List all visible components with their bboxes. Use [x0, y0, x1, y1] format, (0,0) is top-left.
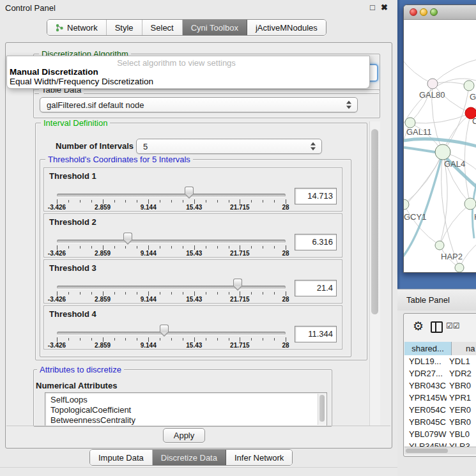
network-node-GAL4[interactable] [435, 144, 450, 160]
algorithm-option-manual[interactable]: Manual Discretization [10, 67, 98, 77]
tab-label: Network [67, 23, 98, 33]
tab-cyni-toolbox[interactable]: Cyni Toolbox [183, 20, 247, 35]
tab-style[interactable]: Style [107, 20, 142, 35]
numerical-attributes-list[interactable]: SelfLoopsTopologicalCoefficientBetweenne… [45, 392, 327, 426]
table-hscrollbar-thumb[interactable] [406, 449, 448, 453]
table-data-combobox[interactable]: galFiltered.sif default node [40, 97, 358, 112]
attribute-item[interactable]: TopologicalCoefficient [45, 405, 326, 415]
slider-minor-tick [160, 246, 160, 249]
slider-thumb[interactable] [123, 233, 132, 240]
table-hscrollbar-track[interactable] [404, 447, 476, 454]
network-node-GAL80[interactable] [427, 79, 438, 89]
node-table: ⚙ ☑☑ shared...na YDL19...YDL1YDR27...YDR… [403, 313, 476, 457]
slider-track[interactable] [57, 286, 286, 289]
close-traffic-light-icon[interactable] [410, 8, 417, 16]
slider-minor-tick [251, 200, 252, 203]
slider-minor-tick [274, 338, 275, 341]
network-node-GAL11[interactable] [405, 118, 415, 128]
slider-tick-label: 9.144 [141, 204, 157, 211]
attributes-group-title: Attributes to discretize [37, 365, 124, 374]
threshold-value-field[interactable]: 14.713 [295, 188, 337, 204]
table-row[interactable]: YPR145WYPR1 [404, 392, 476, 404]
tab-discretize-data[interactable]: Discretize Data [153, 450, 226, 465]
zoom-traffic-light-icon[interactable] [430, 8, 438, 16]
tab-select[interactable]: Select [142, 20, 183, 35]
tab-impute-data[interactable]: Impute Data [90, 450, 153, 465]
slider-thumb[interactable] [160, 325, 169, 332]
gear-icon[interactable]: ⚙ [413, 319, 424, 334]
split-columns-icon[interactable] [431, 321, 443, 333]
table-column-header[interactable]: shared... [404, 342, 452, 355]
table-cell: YDR2 [447, 367, 476, 380]
tab-label: Impute Data [98, 453, 144, 463]
slider-major-tick [286, 245, 286, 250]
slider-major-tick [148, 199, 149, 204]
threshold-label: Threshold 4 [49, 309, 96, 319]
tab-infer-network[interactable]: Infer Network [226, 450, 292, 465]
slider-minor-tick [217, 246, 218, 249]
table-cell: YLR345W [404, 440, 447, 447]
tab-network[interactable]: Network [47, 20, 107, 35]
table-cell: YBR043C [404, 380, 447, 392]
tab-jactivemnodules[interactable]: jActiveMNodules [247, 20, 326, 35]
network-edge [464, 113, 471, 204]
table-cell: YDL1 [447, 355, 476, 367]
attribute-item[interactable]: BetweennessCentrality [45, 415, 326, 426]
panel-scrollbar-track[interactable] [369, 121, 380, 426]
table-column-header[interactable]: na [452, 342, 476, 355]
slider-track[interactable] [57, 194, 286, 197]
slider-minor-tick [160, 338, 160, 341]
thresholds-group-title: Threshold's Coordinates for 5 Intervals [45, 155, 193, 164]
table-row[interactable]: YBR045CYBR0 [404, 416, 476, 428]
algorithm-option-equal-width[interactable]: Equal Width/Frequency Discretization [10, 77, 153, 86]
network-node-label: GCY1 [404, 212, 426, 222]
slider-track[interactable] [57, 332, 286, 335]
network-window-titlebar[interactable] [404, 5, 476, 20]
attributes-scrollbar-track[interactable] [318, 394, 326, 425]
network-node-HAP2[interactable] [435, 241, 444, 250]
slider-track[interactable] [57, 240, 286, 243]
float-window-icon[interactable]: □ [370, 3, 375, 12]
threshold-value-field[interactable]: 11.344 [295, 326, 337, 342]
threshold-panel-4: Threshold 4-3.4262.8599.14415.4321.71528… [43, 305, 342, 349]
slider-major-tick [194, 337, 195, 342]
slider-tick-label: 21.715 [230, 204, 250, 211]
slider-tick-label: 15.43 [186, 250, 202, 257]
slider-tick-label: 28 [282, 250, 289, 257]
table-row[interactable]: YDR27...YDR2 [404, 367, 476, 380]
slider-minor-tick [137, 200, 137, 203]
slider-thumb[interactable] [233, 279, 242, 286]
network-node-node-H[interactable] [464, 198, 476, 210]
attributes-scrollbar-thumb[interactable] [319, 395, 325, 422]
table-row[interactable]: YER054CYER0 [404, 404, 476, 416]
table-row[interactable]: YDL19...YDL1 [404, 355, 476, 367]
table-cell: YBR0 [447, 380, 476, 392]
table-cell: YPR1 [447, 392, 476, 404]
combo-stepper-icon [311, 142, 316, 151]
threshold-value-field[interactable]: 21.4 [295, 280, 337, 296]
slider-minor-tick [263, 292, 263, 295]
network-node-label: GA [470, 92, 476, 102]
minimize-traffic-light-icon[interactable] [420, 8, 427, 16]
network-canvas[interactable]: GAL80GACGAL11GAL4GCY1HHAP2 [404, 20, 476, 272]
table-row[interactable]: YLR345WYLR3 [404, 440, 476, 447]
network-node-label: GAL80 [419, 90, 445, 100]
table-cell: YBL079W [404, 428, 447, 440]
threshold-value-field[interactable]: 6.316 [295, 234, 337, 250]
network-node-node-2[interactable] [464, 81, 474, 91]
table-row[interactable]: YBR043CYBR0 [404, 380, 476, 392]
attribute-item[interactable]: SelfLoops [45, 395, 326, 405]
number-of-intervals-combobox[interactable]: 5 [136, 139, 322, 154]
close-icon[interactable]: ✖ [381, 3, 388, 12]
slider-thumb[interactable] [185, 187, 194, 194]
slider-tick-label: 15.43 [186, 204, 202, 211]
table-row[interactable]: YBL079WYBL0 [404, 428, 476, 440]
slider-minor-tick [91, 338, 92, 341]
select-columns-icons[interactable]: ☑☑ [446, 321, 460, 330]
threshold-panel-1: Threshold 1-3.4262.8599.14415.4321.71528… [43, 167, 342, 211]
slider-minor-tick [183, 338, 183, 341]
panel-scrollbar-thumb[interactable] [371, 129, 378, 314]
apply-button[interactable]: Apply [163, 428, 205, 443]
network-node-label: GAL11 [406, 127, 432, 137]
network-node-node-9[interactable] [455, 263, 464, 272]
